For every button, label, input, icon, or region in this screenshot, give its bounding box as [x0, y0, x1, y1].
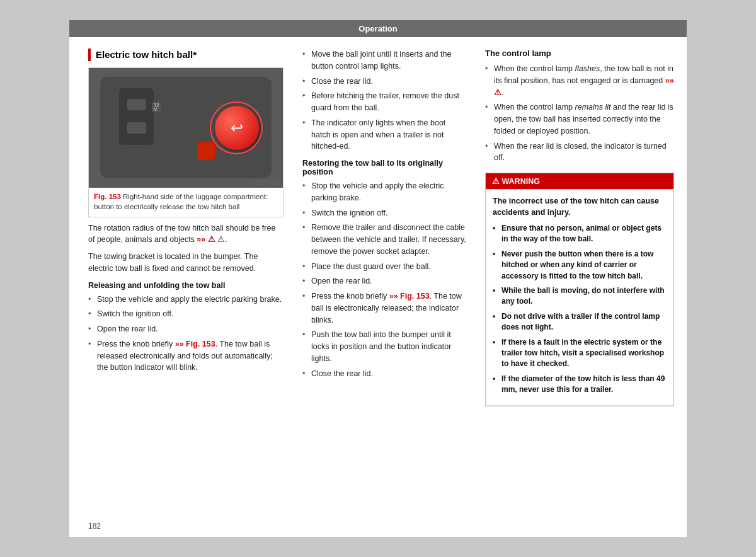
- list-item: Switch the ignition off.: [302, 207, 466, 219]
- list-item: Stop the vehicle and apply the electric …: [302, 180, 466, 204]
- panel-label: 12 V: [152, 102, 161, 112]
- header-bar: Operation: [69, 20, 687, 37]
- header-title: Operation: [358, 24, 397, 33]
- warning-header: ⚠ WARNING: [486, 173, 673, 189]
- list-item-flashes: When the control lamp flashes, the tow b…: [485, 63, 674, 98]
- list-item: Switch the ignition off.: [88, 308, 284, 320]
- figure-box: 12 V B7V-0763 Fig. 153 Right-hand side o…: [88, 67, 284, 217]
- panel-slot-1: [127, 99, 146, 110]
- figure-small-red: [197, 142, 215, 159]
- control-lamp-title: The control lamp: [485, 49, 674, 58]
- figure-button-red: [215, 106, 259, 150]
- left-column: Electric tow hitch ball* 12 V B7V-0763: [88, 49, 284, 406]
- list-item: Move the ball joint until it inserts and…: [302, 49, 466, 72]
- warning-bullet-2: Never push the button when there is a to…: [493, 249, 667, 282]
- figure-caption: Fig. 153 Right-hand side of the luggage …: [89, 188, 283, 217]
- figure-panel: 12 V: [119, 88, 154, 145]
- list-item: Close the rear lid.: [302, 368, 466, 380]
- list-item: Before hitching the trailer, remove the …: [302, 90, 466, 114]
- list-item: Open the rear lid.: [302, 275, 466, 287]
- warning-main-text: The incorrect use of the tow hitch can c…: [493, 196, 667, 218]
- middle-column: Move the ball joint until it inserts and…: [302, 49, 466, 406]
- section-title: Electric tow hitch ball*: [88, 49, 284, 61]
- warning-bullet-3: While the ball is moving, do not interfe…: [493, 285, 667, 307]
- warning-box: ⚠ WARNING The incorrect use of the tow h…: [485, 173, 674, 406]
- list-item-press2: Press the knob briefly »» Fig. 153. The …: [302, 290, 466, 326]
- figure-caption-bold: Fig. 153: [94, 193, 121, 200]
- list-item: Open the rear lid.: [88, 323, 284, 335]
- subsection-releasing: Releasing and unfolding the tow ball: [88, 281, 284, 290]
- warning-bullet-5: If there is a fault in the electric syst…: [493, 337, 667, 370]
- figure-inner: 12 V: [100, 77, 271, 179]
- list-item: Push the tow ball into the bumper until …: [302, 329, 466, 364]
- panel-slot-2: [127, 122, 146, 134]
- warning-bullet-4: Do not drive with a trailer if the contr…: [493, 311, 667, 333]
- body-text-3: The towing bracket is located in the bum…: [88, 251, 284, 275]
- list-item-press: Press the knob briefly »» Fig. 153. The …: [88, 338, 284, 374]
- list-item: Close the rear lid.: [302, 76, 466, 88]
- list-item: Remove the trailer and disconnect the ca…: [302, 222, 466, 257]
- list-item: Stop the vehicle and apply the electric …: [88, 294, 284, 306]
- list-item: The indicator only lights when the boot …: [302, 117, 466, 152]
- warning-bullet-1: Ensure that no person, animal or object …: [493, 223, 667, 245]
- list-item: Place the dust guard over the ball.: [302, 261, 466, 273]
- figure-code: B7V-0763: [255, 180, 280, 186]
- list-item-remains: When the control lamp remains lit and th…: [485, 101, 674, 137]
- body-text-1: The rotation radius of the tow hitch bal…: [88, 222, 284, 246]
- page: Operation Electric tow hitch ball* 12 V: [69, 20, 687, 537]
- page-number: 182: [88, 522, 101, 531]
- figure-image: 12 V B7V-0763: [89, 68, 283, 188]
- warning-body: The incorrect use of the tow hitch can c…: [486, 189, 673, 406]
- subsection-restoring: Restoring the tow ball to its originally…: [302, 159, 466, 176]
- right-column: The control lamp When the control lamp f…: [485, 49, 674, 406]
- content-area: Electric tow hitch ball* 12 V B7V-0763: [69, 37, 687, 413]
- list-item-closed: When the rear lid is closed, the indicat…: [485, 141, 674, 164]
- warning-bullet-6: If the diameter of the tow hitch is less…: [493, 374, 667, 396]
